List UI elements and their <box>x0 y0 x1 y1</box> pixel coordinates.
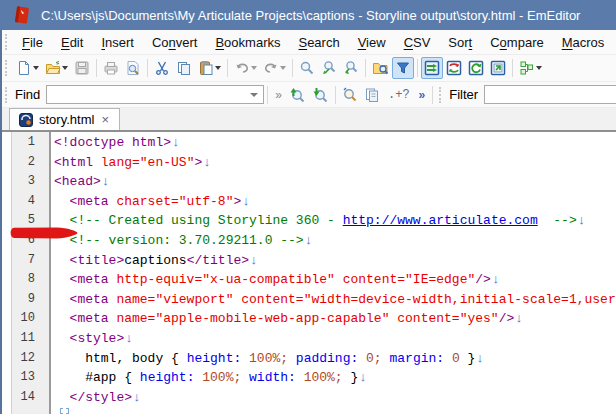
menu-item-edit[interactable]: Edit <box>52 32 92 53</box>
code-line-3[interactable]: 3<head>↓ <box>2 172 616 192</box>
eol-mark-icon: ↓ <box>358 370 367 385</box>
menu-item-file[interactable]: File <box>13 32 52 53</box>
code-line-8[interactable]: 8 <meta http-equiv="x-ua-compatible" con… <box>2 270 616 290</box>
menu-item-macros[interactable]: Macros <box>553 32 614 53</box>
line-number: 2 <box>2 153 46 173</box>
menu-item-convert[interactable]: Convert <box>143 32 207 53</box>
search-icon <box>299 60 315 76</box>
code-line-11[interactable]: 11 <style>↓ <box>2 329 616 349</box>
window-body: FileEditInsertConvertBookmarksSearchView… <box>0 30 616 414</box>
eol-mark-icon: ↓ <box>202 155 211 170</box>
replace-in-files-button[interactable] <box>340 57 362 79</box>
filter-section-grip[interactable] <box>439 87 443 103</box>
cut-button[interactable] <box>151 57 173 79</box>
sync-scroll-icon <box>424 60 440 76</box>
outline-button[interactable] <box>516 57 545 79</box>
line-text: <style>↓ <box>46 329 133 349</box>
line-number: 7 <box>2 251 46 271</box>
find-toolbar: Find » <box>2 82 616 108</box>
line-number: 13 <box>2 368 46 388</box>
code-line-2[interactable]: 2<html lang="en-US">↓ <box>2 153 616 173</box>
find-in-files-button[interactable] <box>318 57 340 79</box>
find-bar-separator <box>335 86 336 104</box>
line-text: <meta charset="utf-8">↓ <box>46 192 250 212</box>
find-bar-grip[interactable] <box>5 87 9 103</box>
find-all-button[interactable] <box>339 84 361 106</box>
line-number: 14 <box>2 388 46 408</box>
menu-item-insert[interactable]: Insert <box>92 32 143 53</box>
paste-dropdown-caret[interactable] <box>215 66 221 70</box>
emeditor-app-icon <box>13 5 31 25</box>
code-line-10[interactable]: 10 <meta name="apple-mobile-web-app-capa… <box>2 309 616 329</box>
code-line-14[interactable]: 14 </style>↓ <box>2 388 616 408</box>
filter-input[interactable] <box>484 85 616 104</box>
save-icon <box>74 60 90 76</box>
tab-story-html[interactable]: story.html × <box>9 108 120 130</box>
refresh-compare-button[interactable] <box>465 57 487 79</box>
paste-button[interactable] <box>195 57 224 79</box>
find-next-button[interactable] <box>309 84 332 106</box>
undo-dropdown-caret[interactable] <box>251 66 257 70</box>
menu-item-compare[interactable]: Compare <box>481 32 552 53</box>
save-button[interactable] <box>71 57 93 79</box>
cut-scissors-icon <box>154 60 170 76</box>
open-file-dropdown-caret[interactable] <box>62 66 68 70</box>
eol-mark-icon: ↓ <box>304 233 313 248</box>
find-more-chevron-icon[interactable]: » <box>415 88 430 102</box>
tab-close-icon[interactable]: × <box>100 113 110 126</box>
code-line-13[interactable]: 13 #app { height: 100%; width: 100%; }↓ <box>2 368 616 388</box>
outline-dropdown-caret[interactable] <box>536 66 542 70</box>
code-line-6[interactable]: 6 <!-- version: 3.70.29211.0 -->↓ <box>2 231 616 251</box>
print-button[interactable] <box>100 57 122 79</box>
toolbar-separator <box>512 59 513 77</box>
redo-dropdown-caret[interactable] <box>280 66 286 70</box>
eol-mark-icon: ↓ <box>491 272 500 287</box>
folder-search-icon <box>372 60 389 76</box>
find-overflow-chevron-icon[interactable]: » <box>271 88 286 102</box>
find-input[interactable] <box>46 85 264 104</box>
find-in-folder-button[interactable] <box>369 57 392 79</box>
open-in-new-window-button[interactable] <box>487 57 509 79</box>
print-preview-button[interactable] <box>122 57 144 79</box>
find-all-icon <box>342 87 358 103</box>
line-text: <meta name="apple-mobile-web-app-capable… <box>46 309 523 329</box>
line-text: #app { height: 100%; width: 100%; }↓ <box>46 368 367 388</box>
code-line-4[interactable]: 4 <meta charset="utf-8">↓ <box>2 192 616 212</box>
menu-item-sort[interactable]: Sort <box>439 32 481 53</box>
compare-documents-button[interactable] <box>443 57 465 79</box>
redo-button[interactable] <box>260 57 289 79</box>
menu-item-search[interactable]: Search <box>289 32 348 53</box>
toolbar-grip[interactable] <box>5 60 9 76</box>
code-line-1[interactable]: 1<!doctype html>↓ <box>2 133 616 153</box>
html-file-icon <box>19 113 33 127</box>
find-combo-dropdown-icon[interactable] <box>250 93 258 97</box>
find-previous-button[interactable] <box>286 84 309 106</box>
line-text: <!-- version: 3.70.29211.0 -->↓ <box>46 231 312 251</box>
menu-bar-grip[interactable] <box>5 34 9 50</box>
code-line-9[interactable]: 9 <meta name="viewport" content="width=d… <box>2 290 616 310</box>
code-line-7[interactable]: 7 <title>captions</title>↓ <box>2 251 616 271</box>
line-text: <head>↓ <box>46 172 110 192</box>
eol-mark-icon: ↓ <box>241 194 250 209</box>
copy-icon <box>176 60 192 76</box>
code-line-12[interactable]: 12 html, body { height: 100%; padding: 0… <box>2 349 616 369</box>
menu-item-view[interactable]: View <box>349 32 395 53</box>
filter-toggle-button[interactable] <box>392 57 414 79</box>
sync-scrolling-button[interactable] <box>421 57 443 79</box>
undo-button[interactable] <box>231 57 260 79</box>
eol-mark-icon: ↓ <box>132 390 141 405</box>
copy-button[interactable] <box>173 57 195 79</box>
red-marker-annotation <box>7 226 81 240</box>
new-file-button[interactable] <box>13 57 42 79</box>
menu-item-bookmarks[interactable]: Bookmarks <box>206 32 289 53</box>
extract-matches-button[interactable] <box>361 84 383 106</box>
find-in-files-icon <box>321 60 337 76</box>
regex-toggle-button[interactable]: .+? <box>383 88 415 102</box>
open-file-button[interactable] <box>42 57 71 79</box>
code-editor[interactable]: 1<!doctype html>↓2<html lang="en-US">↓3<… <box>2 132 616 414</box>
new-file-dropdown-caret[interactable] <box>33 66 39 70</box>
line-text: <html lang="en-US">↓ <box>46 153 211 173</box>
find-button[interactable] <box>296 57 318 79</box>
code-line-5[interactable]: 5 <!-- Created using Storyline 360 - htt… <box>2 211 616 231</box>
menu-item-csv[interactable]: CSV <box>395 32 440 53</box>
